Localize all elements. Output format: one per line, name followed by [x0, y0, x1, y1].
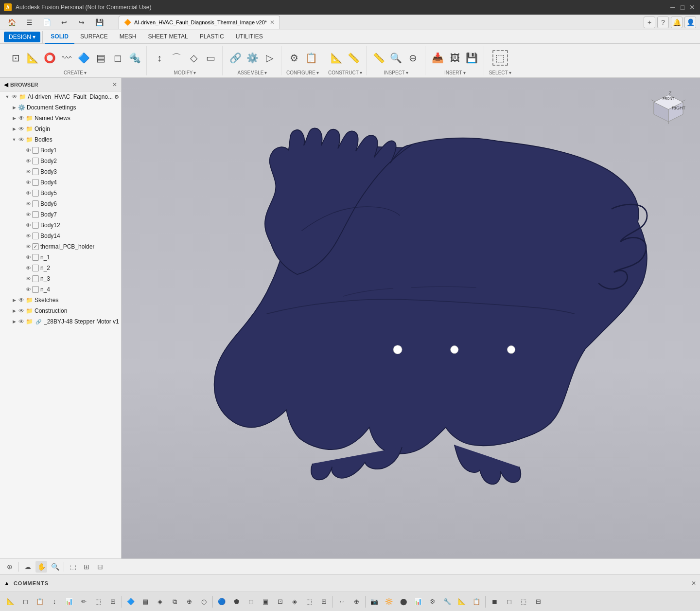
revolve-icon[interactable]: ⭕ [42, 50, 57, 66]
sweep-icon[interactable]: 〰 [59, 50, 74, 66]
bt-icon-34[interactable]: ◻ [502, 595, 516, 609]
checkbox-3[interactable] [32, 179, 39, 186]
drive-joints-icon[interactable]: ▷ [262, 50, 277, 66]
root-vis-icon[interactable]: 👁 [11, 93, 18, 100]
vis-icon-13[interactable]: 👁 [24, 287, 32, 292]
minimize-button[interactable]: ─ [669, 3, 677, 11]
checkbox-10[interactable] [32, 254, 39, 261]
press-pull-icon[interactable]: ↕ [152, 50, 167, 66]
bodies-vis-icon[interactable]: 👁 [18, 136, 25, 143]
bt-icon-1[interactable]: 📐 [4, 595, 18, 609]
section-analysis-icon[interactable]: ⊖ [405, 50, 421, 66]
new-component-icon[interactable]: ⊡ [8, 50, 23, 66]
bt-icon-32[interactable]: 📋 [470, 595, 483, 609]
bt-icon-28[interactable]: 📊 [411, 595, 425, 609]
bt-icon-8[interactable]: ⊞ [106, 595, 120, 609]
comments-expand-icon[interactable]: ▲ [4, 580, 10, 587]
tree-item-body14[interactable]: 👁 Body14 [0, 231, 121, 241]
parameters-icon[interactable]: ⚙ [286, 50, 302, 66]
zoom-icon[interactable]: 🔍 [49, 561, 61, 573]
construction-vis-icon[interactable]: 👁 [18, 307, 25, 314]
chamfer-icon[interactable]: ◇ [186, 50, 201, 66]
named-views-vis-icon[interactable]: 👁 [18, 115, 25, 122]
insert-mesh-icon[interactable]: 💾 [464, 50, 480, 66]
vis-icon-2[interactable]: 👁 [24, 169, 32, 175]
named-views-expand-icon[interactable]: ▶ [11, 116, 18, 121]
insert-derive-icon[interactable]: 📥 [430, 50, 446, 66]
vis-icon-12[interactable]: 👁 [24, 276, 32, 282]
tab-plastic[interactable]: PLASTIC [194, 30, 230, 44]
bt-icon-31[interactable]: 📐 [455, 595, 469, 609]
tree-item-origin[interactable]: ▶ 👁 📁 Origin [0, 124, 121, 134]
stepper-vis-icon[interactable]: 👁 [18, 318, 25, 325]
vis-icon-7[interactable]: 👁 [24, 222, 32, 228]
insert-svg-icon[interactable]: 🖼 [447, 50, 463, 66]
viewport[interactable]: RIGHT FRONT Z [122, 78, 700, 558]
notification-icon[interactable]: 🔔 [671, 17, 682, 28]
tab-solid[interactable]: SOLID [45, 30, 74, 44]
tree-item-body6[interactable]: 👁 Body6 [0, 198, 121, 209]
tab-sheet-metal[interactable]: SHEET METAL [142, 30, 193, 44]
vis-icon-8[interactable]: 👁 [24, 233, 32, 239]
tree-item-body7[interactable]: 👁 Body7 [0, 209, 121, 220]
bt-icon-33[interactable]: ◼ [488, 595, 501, 609]
bt-icon-24[interactable]: ⊕ [350, 595, 363, 609]
tab-mesh[interactable]: MESH [114, 30, 142, 44]
tree-item-n-4[interactable]: 👁 n_4 [0, 284, 121, 295]
new-icon[interactable]: 📄 [39, 15, 54, 30]
tree-item-body2[interactable]: 👁 Body2 [0, 156, 121, 166]
doc-expand-icon[interactable]: ▶ [11, 105, 18, 110]
bt-icon-13[interactable]: ⊕ [182, 595, 196, 609]
tree-item-bodies[interactable]: ▼ 👁 📁 Bodies [0, 134, 121, 145]
stepper-expand-icon[interactable]: ▶ [11, 319, 18, 324]
origin-expand-icon[interactable]: ▶ [11, 126, 18, 131]
browser-root-node[interactable]: ▼ 👁 📁 AI-driven_HVAC_Fault_Diagno... ⚙ [0, 91, 121, 102]
loft-icon[interactable]: 🔷 [76, 50, 91, 66]
bt-icon-16[interactable]: ⬟ [229, 595, 243, 609]
create-label[interactable]: CREATE ▾ [64, 70, 87, 75]
display-settings-icon[interactable]: ⊟ [94, 561, 106, 573]
shell-icon[interactable]: ▭ [203, 50, 218, 66]
assemble-label[interactable]: ASSEMBLE ▾ [238, 70, 267, 75]
vis-icon-1[interactable]: 👁 [24, 158, 32, 164]
midplane-icon[interactable]: 📏 [346, 50, 361, 66]
configure-label[interactable]: CONFIGURE ▾ [286, 70, 319, 75]
tree-item-body12[interactable]: 👁 Body12 [0, 220, 121, 231]
comments-close-icon[interactable]: ✕ [691, 580, 696, 587]
checkbox-8[interactable] [32, 233, 39, 239]
vis-icon-9[interactable]: 👁 [24, 244, 32, 250]
vis-icon-3[interactable]: 👁 [24, 180, 32, 185]
bt-icon-11[interactable]: ◈ [153, 595, 167, 609]
checkbox-11[interactable] [32, 265, 39, 271]
vis-icon-11[interactable]: 👁 [24, 265, 32, 271]
help-button[interactable]: ? [657, 17, 669, 28]
save-icon[interactable]: 💾 [91, 15, 107, 30]
bt-icon-3[interactable]: 📋 [33, 595, 47, 609]
checkbox-6[interactable] [32, 211, 39, 218]
bt-icon-22[interactable]: ⊞ [317, 595, 331, 609]
bt-icon-30[interactable]: 🔧 [440, 595, 454, 609]
tree-item-n-2[interactable]: 👁 n_2 [0, 263, 121, 273]
tree-item-thermal-pcb-holder[interactable]: 👁 ✓ thermal_PCB_holder [0, 241, 121, 252]
bt-icon-36[interactable]: ⊟ [531, 595, 545, 609]
tree-item-body3[interactable]: 👁 Body3 [0, 166, 121, 177]
checkbox-1[interactable] [32, 158, 39, 164]
bt-icon-12[interactable]: ⧉ [168, 595, 181, 609]
rib-icon[interactable]: ▤ [93, 50, 108, 66]
redo-icon[interactable]: ↪ [74, 15, 89, 30]
file-tab[interactable]: 🔶 AI-driven_HVAC_Fault_Diagnosis_Thermal… [119, 16, 280, 29]
modify-label[interactable]: MODIFY ▾ [174, 70, 196, 75]
select-label[interactable]: SELECT ▾ [489, 70, 511, 75]
tree-item-body1[interactable]: 👁 Body1 [0, 145, 121, 156]
tree-item-n-3[interactable]: 👁 n_3 [0, 273, 121, 284]
thread-icon[interactable]: 🔩 [127, 50, 142, 66]
bt-icon-2[interactable]: ◻ [18, 595, 32, 609]
select-box-icon[interactable]: ⬚ [492, 50, 508, 66]
bt-icon-17[interactable]: ◻ [244, 595, 258, 609]
bt-icon-15[interactable]: 🔵 [215, 595, 228, 609]
home-icon[interactable]: 🏠 [4, 15, 19, 30]
viewcube[interactable]: RIGHT FRONT Z [647, 88, 685, 126]
bt-icon-25[interactable]: 📷 [368, 595, 381, 609]
browser-collapse-icon[interactable]: ◀ [4, 81, 8, 88]
tree-item-n-1[interactable]: 👁 n_1 [0, 252, 121, 263]
